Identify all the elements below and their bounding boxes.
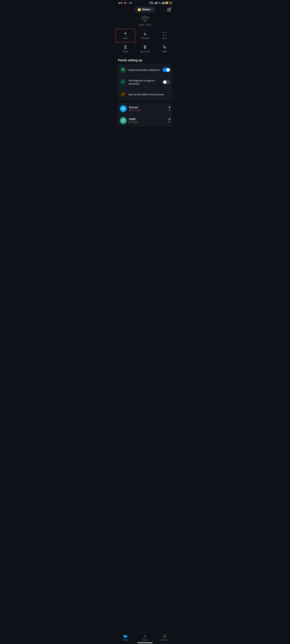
notifications-icon-circle	[120, 66, 126, 73]
ton-logo	[140, 15, 150, 22]
fingerprint-icon	[121, 80, 125, 84]
settings-card: Enable transaction notifications Use fin…	[117, 64, 173, 100]
swap-icon	[123, 45, 127, 49]
toncoin-change: -1.93%	[135, 109, 141, 112]
usdt-balance: 0 $0	[168, 118, 170, 123]
wallet-selector-label: Wallet	[142, 8, 150, 11]
bottom-navigation: Wallet History Browser	[116, 632, 174, 644]
nav-history-label: History	[142, 639, 148, 641]
usdt-name: USD₮	[129, 118, 166, 121]
nav-wallet[interactable]: Wallet	[119, 634, 131, 641]
wallet-nav-icon	[123, 634, 127, 638]
send-button[interactable]: Send	[116, 29, 135, 42]
toncoin-info: Toncoin $5.55 -1.93%	[129, 106, 166, 112]
wallet-logo	[118, 15, 172, 22]
nav-browser[interactable]: Browser	[159, 634, 171, 641]
backup-icon-circle	[120, 91, 126, 98]
settings-button[interactable]	[166, 7, 172, 13]
receive-icon	[143, 32, 147, 36]
check-icon: ✓	[127, 2, 129, 4]
dollar-icon	[143, 45, 147, 49]
usdt-icon	[121, 119, 125, 122]
wallet-address-section: UQBi...TFZF	[116, 14, 174, 29]
usdt-balance-usd: $0	[168, 121, 170, 123]
toncoin-row[interactable]: Toncoin $5.55 -1.93% 0 $0	[117, 103, 173, 115]
wallet-selector[interactable]: 🗂️ Wallet ▾	[135, 6, 155, 13]
buysell-button[interactable]: Buy & Sell	[135, 42, 155, 56]
svg-rect-15	[124, 635, 126, 636]
fingerprint-row[interactable]: Use fingerprint to approve transaction	[117, 76, 173, 88]
nav-browser-icon	[163, 634, 167, 638]
signal-bars-2	[161, 2, 164, 4]
nav-history-icon	[143, 634, 147, 638]
battery-indicator: 93	[169, 2, 172, 4]
backup-chevron-icon: ›	[169, 93, 170, 96]
notifications-toggle[interactable]	[163, 68, 170, 72]
scan-button[interactable]: Scan	[155, 29, 174, 42]
time: 18:07	[118, 2, 123, 4]
notifications-row[interactable]: Enable transaction notifications	[117, 64, 173, 76]
usdt-change: 0.00%	[132, 121, 137, 123]
send-icon	[123, 32, 127, 36]
toncoin-logo	[120, 105, 127, 112]
usdt-balance-amount: 0	[168, 118, 170, 121]
usdt-price: $1 0.00%	[129, 121, 166, 123]
toncoin-price-value: $5.55	[129, 109, 134, 112]
send-label: Send	[123, 37, 128, 40]
toncoin-price: $5.55 -1.93%	[129, 109, 166, 112]
usdt-info: USD₮ $1 0.00%	[129, 118, 166, 123]
fingerprint-toggle[interactable]	[163, 80, 170, 84]
settings-small-icon: ⚙	[130, 2, 132, 4]
svg-rect-13	[122, 120, 124, 121]
svg-point-0	[169, 9, 170, 10]
wifi-icon: 📶	[165, 2, 168, 4]
buysell-label: Buy & Sell	[140, 50, 150, 53]
stake-icon	[163, 45, 167, 49]
action-grid: Send Receive Scan	[116, 29, 174, 56]
usdt-row[interactable]: USD₮ $1 0.00% 0 $0	[117, 115, 173, 126]
receive-button[interactable]: Receive	[135, 29, 155, 42]
nav-history[interactable]: History	[139, 634, 151, 641]
key-icon	[121, 93, 125, 96]
toncoin-balance: 0 $0	[168, 106, 170, 112]
wallet-address-text: UQBi...TFZF	[139, 24, 151, 26]
backup-label: Back up the wallet recovery phrase	[129, 93, 167, 96]
vpn-badge: VPN	[149, 2, 154, 4]
token-list-card: Toncoin $5.55 -1.93% 0 $0 USD	[117, 103, 173, 126]
header: 🗂️ Wallet ▾	[116, 5, 174, 14]
swap-button[interactable]: Swap	[116, 42, 135, 56]
scan-label: Scan	[162, 37, 167, 40]
usdt-logo	[120, 117, 127, 124]
status-right: VPN 4G 📶 93	[149, 2, 172, 4]
alarm-off-icon: 🔕	[124, 2, 126, 4]
usdt-price-value: $1	[129, 121, 131, 123]
nav-wallet-icon	[123, 634, 127, 638]
fingerprint-icon-circle	[120, 79, 126, 86]
toncoin-balance-usd: $0	[168, 109, 170, 112]
svg-point-16	[126, 636, 127, 637]
network-type: 4G	[158, 2, 161, 4]
status-left: 18:07 🔕 ✓ ⚙	[118, 2, 132, 4]
lightning-icon	[143, 634, 147, 638]
nav-wallet-label: Wallet	[123, 639, 128, 641]
home-indicator	[137, 642, 153, 643]
signal-bars	[154, 2, 158, 4]
svg-marker-19	[164, 636, 165, 637]
wallet-header-icon: 🗂️	[138, 8, 141, 11]
setup-section-title: Finish setting up	[116, 56, 174, 64]
compass-icon	[163, 634, 167, 638]
fingerprint-label: Use fingerprint to approve transaction	[129, 79, 161, 85]
notifications-label: Enable transaction notifications	[129, 68, 161, 72]
toncoin-balance-amount: 0	[168, 106, 170, 109]
settings-notification-dot	[170, 8, 171, 8]
backup-row[interactable]: Back up the wallet recovery phrase ›	[117, 88, 173, 100]
chevron-down-icon: ▾	[151, 8, 152, 11]
stake-label: Stake	[162, 50, 167, 53]
stake-button[interactable]: Stake	[155, 42, 174, 56]
scan-icon	[163, 32, 167, 36]
bell-icon	[121, 68, 125, 72]
receive-label: Receive	[141, 37, 149, 40]
nav-browser-label: Browser	[161, 639, 168, 641]
status-bar: 18:07 🔕 ✓ ⚙ VPN 4G 📶 93	[116, 0, 174, 5]
swap-label: Swap	[123, 50, 128, 53]
